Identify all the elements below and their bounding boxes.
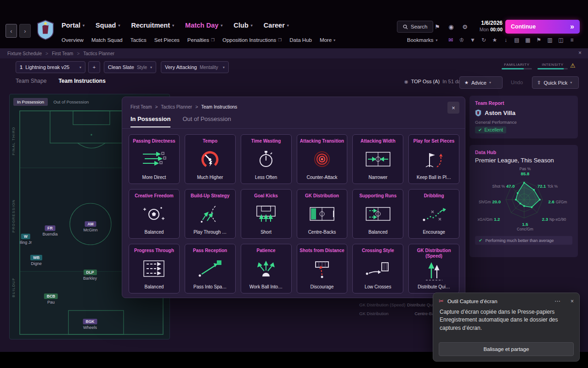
instruction-card-patience[interactable]: PatienceWork Ball Into… bbox=[241, 244, 292, 293]
chevron-down-icon: ▾ bbox=[172, 23, 174, 28]
player-marker-mcginn[interactable]: AMMcGinn bbox=[83, 221, 97, 232]
calendar-icon[interactable]: ◫ bbox=[558, 37, 564, 43]
bookmarks-dropdown[interactable]: Bookmarks ▾ bbox=[407, 37, 438, 43]
tab-team-shape[interactable]: Team Shape bbox=[16, 78, 46, 84]
shirt-icon[interactable]: ▼ bbox=[469, 37, 476, 43]
instruction-card-play-for-set-pieces[interactable]: Play for Set PiecesKeep Ball in Pl… bbox=[408, 134, 459, 184]
breadcrumb-item[interactable]: Tactics Planner bbox=[161, 104, 192, 109]
instruction-card-progress-through[interactable]: Progress ThroughBalanced bbox=[129, 244, 180, 293]
subnav-item-match-squad[interactable]: Match Squad bbox=[91, 37, 123, 43]
external-link-icon: ❐ bbox=[211, 38, 215, 42]
breadcrumb-item[interactable]: Team Instructions bbox=[201, 104, 237, 109]
notes-icon[interactable]: ≡ bbox=[569, 37, 575, 43]
tab-team-instructions[interactable]: Team Instructions bbox=[58, 78, 105, 84]
instruction-value: Work Ball Into… bbox=[249, 284, 283, 289]
bookmark-icon[interactable]: ⚑ bbox=[432, 21, 443, 33]
player-marker-pau[interactable]: BCBPau bbox=[44, 293, 58, 305]
subnav-item-opposition-instructions[interactable]: Opposition Instructions❐ bbox=[222, 37, 282, 43]
instruction-card-tempo[interactable]: TempoMuch Higher bbox=[185, 134, 236, 184]
add-tactic-button[interactable]: + bbox=[88, 61, 100, 73]
close-icon[interactable]: × bbox=[578, 50, 582, 56]
instruction-value: Counter-Attack bbox=[307, 175, 338, 180]
pitch-tab-in-possession[interactable]: In Possession bbox=[13, 98, 48, 106]
breadcrumb-item[interactable]: First Team bbox=[52, 51, 74, 56]
forward-button[interactable]: › bbox=[19, 24, 31, 38]
team-report-card[interactable]: Team Report Aston Villa General Performa… bbox=[469, 96, 578, 138]
instruction-card-gk-distribution[interactable]: GK DistributionCentre-Backs bbox=[297, 189, 348, 239]
modal-tab-in-possession[interactable]: In Possession bbox=[130, 115, 170, 127]
player-marker-wheels[interactable]: BGKWheels bbox=[83, 319, 97, 330]
instruction-title: Goal Kicks bbox=[254, 193, 278, 199]
chevron-down-icon: ▾ bbox=[223, 65, 225, 69]
nav-menu-career[interactable]: Career▾ bbox=[264, 22, 289, 29]
nav-menu-club[interactable]: Club▾ bbox=[234, 22, 253, 29]
instruction-card-supporting-runs[interactable]: Supporting RunsBalanced bbox=[352, 189, 403, 239]
subnav-item-tactics[interactable]: Tactics bbox=[130, 37, 147, 43]
instruction-title: Play for Set Pieces bbox=[413, 138, 455, 144]
instruction-card-gk-distribution-speed-[interactable]: GK Distribution (Speed)Distribute Qui… bbox=[408, 244, 459, 293]
news-icon[interactable]: ▦ bbox=[525, 37, 531, 43]
more-options-icon[interactable]: ⋯ bbox=[554, 298, 560, 305]
trophy-icon[interactable]: ♔ bbox=[458, 37, 465, 43]
instruction-card-goal-kicks[interactable]: Goal KicksShort bbox=[241, 189, 292, 239]
breadcrumb-item[interactable]: Tactics Planner bbox=[83, 51, 114, 56]
instruction-card-shots-from-distance[interactable]: Shots from DistanceDiscourage bbox=[297, 244, 348, 293]
breadcrumb-item[interactable]: First Team bbox=[130, 104, 152, 109]
data-hub-card[interactable]: Data Hub Premier League, This Season Pas… bbox=[469, 145, 578, 257]
advice-button[interactable]: ★ Advice ▾ bbox=[459, 76, 503, 89]
style-dropdown[interactable]: Clean Slate Style ▾ bbox=[104, 61, 156, 73]
quick-pick-button[interactable]: ⇧ Quick Pick ▾ bbox=[532, 76, 579, 89]
nav-menu-portal[interactable]: Portal▾ bbox=[62, 22, 85, 29]
instruction-card-creative-freedom[interactable]: Creative FreedomBalanced bbox=[129, 189, 180, 239]
idea-icon[interactable]: ◉ bbox=[446, 21, 457, 33]
modal-tab-out-of-possession[interactable]: Out of Possession bbox=[182, 115, 231, 127]
nav-menu-match-day[interactable]: Match Day▾ bbox=[185, 22, 223, 29]
search-button[interactable]: Search bbox=[397, 21, 433, 33]
tactic-preset-dropdown[interactable]: 1 Lightning break v25 ▾ bbox=[16, 61, 85, 73]
chat-icon[interactable]: ✉ bbox=[447, 37, 454, 43]
instruction-card-build-up-strategy[interactable]: Build-Up StrategyPlay Through … bbox=[185, 189, 236, 239]
instruction-card-pass-reception[interactable]: Pass ReceptionPass Into Spa… bbox=[185, 244, 236, 293]
player-marker-buendia[interactable]: FRBuendia bbox=[42, 225, 57, 236]
player-marker-barkley[interactable]: DLPBarkley bbox=[83, 270, 97, 281]
club-crest-small bbox=[475, 109, 481, 117]
back-button[interactable]: ‹ bbox=[6, 24, 17, 38]
save-icon[interactable]: ▤ bbox=[514, 37, 520, 43]
creative-freedom-icon bbox=[139, 199, 169, 230]
instruction-value: Pass Into Spa… bbox=[193, 284, 226, 289]
pitch-tab-out-of-possession[interactable]: Out of Possession bbox=[50, 98, 92, 106]
instruction-card-dribbling[interactable]: DribblingEncourage bbox=[408, 189, 459, 239]
notification-close-icon[interactable]: × bbox=[571, 298, 574, 305]
markup-share-button[interactable]: Balisage et partage bbox=[439, 342, 574, 356]
subnav-item-data-hub[interactable]: Data Hub bbox=[289, 37, 312, 43]
instruction-card-time-wasting[interactable]: Time WastingLess Often bbox=[241, 134, 292, 184]
instruction-card-attacking-width[interactable]: Attacking WidthNarrower bbox=[352, 134, 403, 184]
mentality-dropdown[interactable]: Very Attacking Mentality ▾ bbox=[161, 61, 229, 73]
subnav-item-more[interactable]: More▾ bbox=[320, 37, 335, 43]
snipping-tool-notification[interactable]: ✂ Outil Capture d’écran ⋯ × Capture d’éc… bbox=[433, 293, 580, 362]
instruction-card-crossing-style[interactable]: Crossing StyleLow Crosses bbox=[352, 244, 403, 293]
award-icon[interactable]: ★ bbox=[492, 37, 498, 43]
player-name: Digne bbox=[31, 261, 42, 266]
player-marker-digne[interactable]: WBDigne bbox=[30, 255, 42, 266]
data-hub-title: Data Hub bbox=[475, 150, 572, 155]
subnav-item-label: Penalties bbox=[187, 37, 209, 43]
instruction-card-passing-directness[interactable]: Passing DirectnessMore Direct bbox=[129, 134, 180, 184]
modal-close-button[interactable]: × bbox=[447, 102, 459, 114]
subnav-item-set-pieces[interactable]: Set Pieces bbox=[154, 37, 180, 43]
subnav-item-penalties[interactable]: Penalties❐ bbox=[187, 37, 215, 43]
radar-stat-sh-gm: Sh/Gm20.0 bbox=[479, 199, 501, 204]
instruction-card-attacking-transition[interactable]: Attacking TransitionCounter-Attack bbox=[297, 134, 348, 184]
undo-button[interactable]: Undo bbox=[511, 80, 523, 85]
continue-button[interactable]: Continue » bbox=[505, 20, 580, 34]
player-marker-iling-jr[interactable]: WIling Jr bbox=[20, 234, 32, 245]
chart-icon[interactable]: ▥ bbox=[547, 37, 553, 43]
download-icon[interactable]: ↓ bbox=[503, 37, 509, 43]
flag-icon[interactable]: ⚑ bbox=[536, 37, 542, 43]
breadcrumb-separator: > bbox=[45, 51, 48, 56]
refresh-icon[interactable]: ↻ bbox=[481, 37, 487, 43]
nav-menu-squad[interactable]: Squad▾ bbox=[96, 22, 120, 29]
nav-menu-recruitment[interactable]: Recruitment▾ bbox=[131, 22, 174, 29]
breadcrumb-item[interactable]: Fixture Schedule bbox=[7, 51, 42, 56]
subnav-item-overview[interactable]: Overview bbox=[62, 37, 84, 43]
